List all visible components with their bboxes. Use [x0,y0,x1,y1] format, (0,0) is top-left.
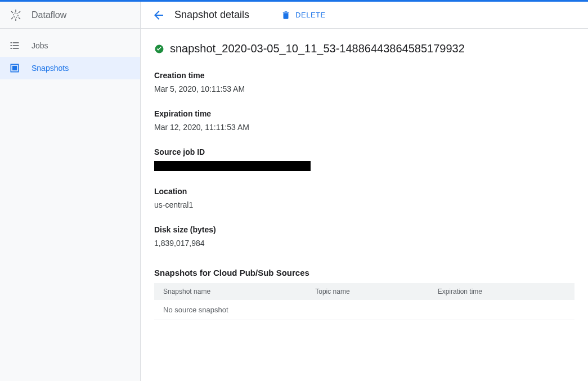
pubsub-table: Snapshot name Topic name Expiration time… [154,283,574,320]
svg-rect-14 [13,66,17,70]
field-label: Expiration time [154,109,574,118]
field-value: 1,839,017,984 [154,239,574,248]
field-label: Source job ID [154,147,574,156]
svg-rect-8 [13,42,19,43]
sidebar-header: Dataflow [0,2,140,29]
svg-line-6 [11,17,13,19]
svg-rect-12 [13,48,19,49]
field-value: Mar 12, 2020, 11:11:53 AM [154,123,574,132]
column-expiration-time: Expiration time [429,283,574,300]
success-status-icon [154,44,164,54]
svg-line-5 [19,11,20,13]
sidebar-nav: Jobs Snapshots [0,29,140,79]
sidebar-item-label: Jobs [32,41,48,50]
empty-message: No source snapshot [154,300,574,320]
pubsub-heading: Snapshots for Cloud Pub/Sub Sources [154,268,574,277]
sidebar: Dataflow Jobs [0,2,141,381]
svg-line-4 [19,17,20,19]
svg-rect-11 [11,48,12,49]
snapshot-name: snapshot_2020-03-05_10_11_53-14886443864… [170,42,465,55]
content: snapshot_2020-03-05_10_11_53-14886443864… [141,29,588,334]
sidebar-item-snapshots[interactable]: Snapshots [0,57,140,79]
page-title: Snapshot details [174,9,249,21]
svg-rect-10 [13,45,19,46]
table-row: No source snapshot [154,300,574,320]
delete-button[interactable]: Delete [281,10,326,20]
trash-icon [281,10,291,20]
sidebar-item-label: Snapshots [32,64,69,73]
snapshot-icon [9,62,20,74]
column-topic-name: Topic name [306,283,428,300]
field-source-job-id: Source job ID [154,147,574,171]
svg-point-0 [14,13,18,17]
delete-button-label: Delete [295,11,326,19]
field-location: Location us-central1 [154,187,574,209]
field-label: Disk size (bytes) [154,225,574,234]
column-snapshot-name: Snapshot name [154,283,306,300]
main: Snapshot details Delete snapshot_2020-03… [141,2,588,381]
field-expiration-time: Expiration time Mar 12, 2020, 11:11:53 A… [154,109,574,132]
list-icon [9,40,20,51]
arrow-left-icon [152,8,165,22]
svg-rect-9 [11,45,12,46]
svg-rect-7 [11,42,12,43]
redacted-value [154,161,311,171]
field-disk-size: Disk size (bytes) 1,839,017,984 [154,225,574,248]
sidebar-item-jobs[interactable]: Jobs [0,34,140,57]
product-name: Dataflow [32,10,66,20]
svg-line-3 [11,11,13,13]
field-value: Mar 5, 2020, 10:11:53 AM [154,84,574,93]
topbar: Snapshot details Delete [141,2,588,29]
back-button[interactable] [152,8,165,22]
field-creation-time: Creation time Mar 5, 2020, 10:11:53 AM [154,71,574,93]
table-header-row: Snapshot name Topic name Expiration time [154,283,574,300]
field-label: Creation time [154,71,574,80]
dataflow-product-icon [9,8,23,22]
snapshot-title-row: snapshot_2020-03-05_10_11_53-14886443864… [154,42,574,55]
field-value: us-central1 [154,200,574,209]
field-label: Location [154,187,574,196]
